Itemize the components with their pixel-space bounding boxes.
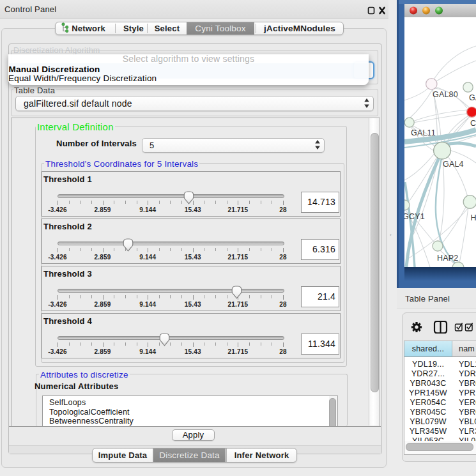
svg-text:H: H — [471, 213, 476, 222]
svg-text:GAL11: GAL11 — [411, 128, 436, 137]
svg-text:GAL80: GAL80 — [433, 90, 458, 99]
svg-text:GCY1: GCY1 — [404, 212, 425, 221]
svg-text:GAL4: GAL4 — [443, 160, 464, 169]
svg-text:C: C — [470, 119, 476, 128]
svg-text:HAP2: HAP2 — [437, 254, 458, 263]
svg-text:GA: GA — [469, 93, 476, 102]
